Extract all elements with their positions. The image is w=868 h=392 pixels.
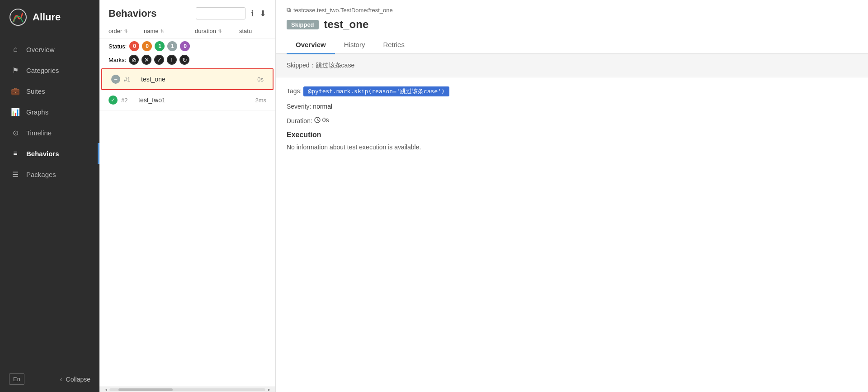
graphs-icon: 📊 xyxy=(11,107,20,116)
col-duration-label: duration xyxy=(195,28,216,34)
status-badge-unknown[interactable]: 0 xyxy=(180,41,190,51)
info-icon[interactable]: ℹ xyxy=(251,9,254,19)
duration-clock: 0s xyxy=(314,116,329,124)
breadcrumb: ⧉ testcase.test_two.TestDome#test_one xyxy=(276,0,868,16)
col-order-label: order xyxy=(108,28,122,34)
detail-title-row: Skipped test_one xyxy=(276,16,868,36)
tag-value[interactable]: @pytest.mark.skip(reason='跳过该条case') xyxy=(303,86,449,96)
status-badge-skipped[interactable]: 1 xyxy=(167,41,177,51)
status-badge-failed[interactable]: 0 xyxy=(129,41,139,51)
sidebar-item-suites[interactable]: 💼 Suites xyxy=(0,81,99,101)
behaviors-header: Behaviors ℹ ⬇ xyxy=(99,0,275,24)
tags-row: Tags: @pytest.mark.skip(reason='跳过该条case… xyxy=(287,86,857,96)
mark-icon-4[interactable]: ! xyxy=(167,55,177,65)
execution-title: Execution xyxy=(287,131,857,139)
tags-label: Tags: xyxy=(287,87,302,95)
duration-sort-icon[interactable]: ⇅ xyxy=(218,29,222,33)
tab-overview-label: Overview xyxy=(296,41,326,48)
behaviors-panel: Behaviors ℹ ⬇ order ⇅ name ⇅ duration ⇅ … xyxy=(99,0,276,392)
mark-icon-2[interactable]: ✕ xyxy=(142,55,151,65)
sidebar-bottom: En ‹ Collapse xyxy=(0,366,99,392)
test-list: – #1 test_one 0s ✓ #2 test_two1 2ms xyxy=(99,68,275,387)
test-name: test_one xyxy=(141,76,254,83)
table-row[interactable]: ✓ #2 test_two1 2ms xyxy=(99,90,275,110)
severity-row: Severity: normal xyxy=(287,103,857,110)
detail-title: test_one xyxy=(324,18,369,31)
scrollbar-track[interactable] xyxy=(109,388,265,391)
sidebar-item-overview[interactable]: ⌂ Overview xyxy=(0,39,99,60)
flag-icon: ⚑ xyxy=(11,66,20,75)
detail-content: Skipped：跳过该条case Tags: @pytest.mark.skip… xyxy=(276,54,868,392)
search-input[interactable] xyxy=(196,7,245,19)
test-number: #2 xyxy=(121,97,135,104)
tab-retries[interactable]: Retries xyxy=(374,36,414,54)
sidebar-item-timeline[interactable]: ⊙ Timeline xyxy=(0,122,99,143)
status-label: Status: xyxy=(108,43,127,50)
duration-row: Duration: 0s xyxy=(287,116,857,124)
allure-logo-icon xyxy=(9,8,27,26)
tab-overview[interactable]: Overview xyxy=(287,36,335,54)
marks-row: Marks: ⊘ ✕ ✓ ! ↻ xyxy=(99,53,275,68)
tab-history[interactable]: History xyxy=(335,36,374,54)
test-number: #1 xyxy=(124,76,137,83)
skipped-badge: Skipped xyxy=(287,20,319,29)
col-status-label: statu xyxy=(239,28,252,34)
test-duration: 0s xyxy=(257,76,264,83)
sidebar-item-behaviors[interactable]: ≡ Behaviors xyxy=(0,143,99,164)
sidebar-item-label: Packages xyxy=(26,171,56,178)
breadcrumb-text: testcase.test_two.TestDome#test_one xyxy=(293,7,393,14)
mark-icon-1[interactable]: ⊘ xyxy=(129,55,139,65)
sidebar-nav: ⌂ Overview ⚑ Categories 💼 Suites 📊 Graph… xyxy=(0,34,99,366)
sidebar-item-label: Behaviors xyxy=(26,150,59,158)
sidebar-item-label: Suites xyxy=(26,87,45,95)
status-icon-passed: ✓ xyxy=(108,96,118,105)
download-icon[interactable]: ⬇ xyxy=(259,9,266,19)
language-button[interactable]: En xyxy=(9,373,24,385)
home-icon: ⌂ xyxy=(11,45,20,54)
sidebar: Allure ⌂ Overview ⚑ Categories 💼 Suites … xyxy=(0,0,99,392)
no-execution-message: No information about test execution is a… xyxy=(287,143,857,151)
mark-icon-5[interactable]: ↻ xyxy=(179,55,189,65)
packages-icon: ☰ xyxy=(11,170,20,179)
sidebar-item-packages[interactable]: ☰ Packages xyxy=(0,164,99,185)
test-duration: 2ms xyxy=(255,97,266,104)
sidebar-item-categories[interactable]: ⚑ Categories xyxy=(0,60,99,81)
behaviors-icon: ≡ xyxy=(11,149,20,158)
scroll-right-icon[interactable]: ▸ xyxy=(265,387,273,392)
severity-value: normal xyxy=(313,103,332,110)
status-icon-skipped: – xyxy=(111,75,120,84)
copy-icon: ⧉ xyxy=(287,6,291,14)
severity-label: Severity: xyxy=(287,103,311,110)
sidebar-item-label: Timeline xyxy=(26,129,52,137)
behaviors-title: Behaviors xyxy=(108,8,190,19)
duration-value: 0s xyxy=(322,116,329,124)
table-header: order ⇅ name ⇅ duration ⇅ statu xyxy=(99,24,275,38)
timeline-icon: ⊙ xyxy=(11,128,20,137)
scrollbar-thumb[interactable] xyxy=(118,388,173,391)
tab-retries-label: Retries xyxy=(383,41,405,48)
status-badge-broken[interactable]: 0 xyxy=(142,41,152,51)
status-badge-passed[interactable]: 1 xyxy=(155,41,165,51)
test-name: test_two1 xyxy=(138,96,251,104)
collapse-button[interactable]: ‹ Collapse xyxy=(60,376,90,383)
detail-panel: ⧉ testcase.test_two.TestDome#test_one Sk… xyxy=(276,0,868,392)
tab-history-label: History xyxy=(344,41,365,48)
sidebar-item-label: Graphs xyxy=(26,108,48,116)
collapse-label: Collapse xyxy=(66,376,90,383)
mark-icon-3[interactable]: ✓ xyxy=(154,55,164,65)
status-row: Status: 0 0 1 1 0 xyxy=(99,38,275,53)
table-row[interactable]: – #1 test_one 0s xyxy=(101,68,274,90)
chevron-left-icon: ‹ xyxy=(60,376,62,383)
detail-tabs: Overview History Retries xyxy=(276,36,868,54)
sidebar-item-graphs[interactable]: 📊 Graphs xyxy=(0,101,99,122)
detail-body: Tags: @pytest.mark.skip(reason='跳过该条case… xyxy=(276,77,868,166)
sidebar-item-label: Categories xyxy=(26,67,59,74)
svg-line-3 xyxy=(317,120,319,121)
order-sort-icon[interactable]: ⇅ xyxy=(124,29,127,33)
name-sort-icon[interactable]: ⇅ xyxy=(160,29,164,33)
scroll-left-icon[interactable]: ◂ xyxy=(102,387,109,392)
execution-section: Execution No information about test exec… xyxy=(287,131,857,151)
sidebar-item-label: Overview xyxy=(26,46,55,53)
scrollbar: ◂ ▸ xyxy=(99,387,275,392)
duration-label: Duration: xyxy=(287,117,312,124)
